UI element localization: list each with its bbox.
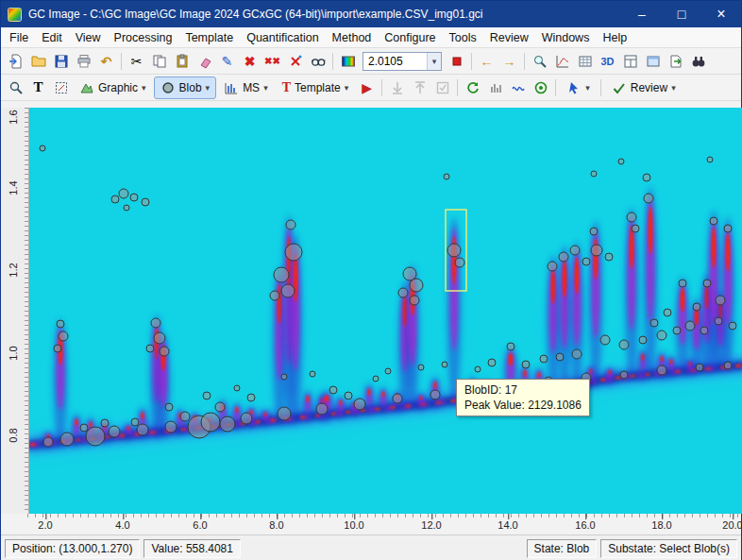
status-right-group: State: Blob Substate: Select Blob(s) [527, 539, 737, 558]
chevron-down-icon: ▾ [263, 83, 268, 93]
menu-configure[interactable]: Configure [378, 28, 442, 47]
import-image-button[interactable] [5, 50, 26, 73]
app-logo-icon [8, 8, 22, 22]
menu-quantification[interactable]: Quantification [240, 28, 325, 47]
pen-icon: ✎ [222, 55, 233, 68]
undo-button[interactable]: ↶ [95, 50, 117, 73]
ms-spectrum-icon [224, 80, 239, 95]
pointer-mode-dropdown[interactable]: ▾ [560, 76, 597, 99]
menu-file[interactable]: File [3, 28, 35, 47]
text-tool-icon: T [33, 79, 42, 95]
x-axis-tick-label: 4.0 [115, 519, 129, 531]
target-button[interactable] [530, 76, 551, 99]
zoom-overview-button[interactable] [529, 50, 550, 73]
undo-icon: ↶ [101, 55, 112, 68]
delete-all-blobs-button[interactable]: ✖✖ [261, 50, 283, 73]
y-axis-tick-label: 1.0 [8, 346, 19, 360]
menu-help[interactable]: Help [596, 28, 633, 47]
menu-edit[interactable]: Edit [35, 28, 69, 47]
back-arrow-icon: ← [481, 55, 494, 68]
x-axis-tick-label: 6.0 [193, 519, 207, 531]
menu-windows[interactable]: Windows [535, 28, 597, 47]
exclude-blobs-button[interactable] [284, 50, 306, 73]
menu-view[interactable]: View [69, 28, 108, 47]
draw-button[interactable]: ✎ [216, 50, 238, 73]
peaks-button[interactable] [484, 76, 506, 99]
chart-window-button[interactable] [551, 50, 573, 73]
x-axis-tick-label: 18.0 [651, 519, 671, 531]
chromatogram-canvas[interactable] [29, 108, 742, 514]
blob-tool-dropdown[interactable]: Blob▾ [154, 76, 217, 99]
forward-button[interactable]: → [498, 50, 520, 73]
menu-tools[interactable]: Tools [443, 28, 483, 47]
wave-icon [511, 80, 526, 95]
delete-blob-button[interactable]: ✖ [239, 50, 261, 73]
view-3d-button[interactable]: 3D [597, 50, 618, 73]
search-button[interactable] [687, 50, 709, 73]
review-label: Review [631, 81, 667, 94]
template-tool-dropdown[interactable]: T Template▾ [276, 76, 356, 99]
chevron-down-icon: ▾ [585, 83, 590, 93]
back-button[interactable]: ← [476, 50, 497, 73]
x-axis-tick-label: 14.0 [497, 519, 517, 531]
cut-icon: ✂ [131, 55, 143, 68]
open-file-button[interactable] [27, 50, 49, 73]
template-match-button[interactable] [431, 76, 453, 99]
data-table-button[interactable] [574, 50, 596, 73]
minimize-button[interactable]: – [622, 1, 662, 27]
reprocess-button[interactable] [462, 76, 483, 99]
y-axis-tick-label: 1.2 [8, 263, 19, 277]
save-button[interactable] [50, 50, 72, 73]
zoom-tool-button[interactable] [5, 76, 26, 99]
target-icon [533, 80, 548, 95]
magnifier-icon [8, 80, 24, 95]
template-update-button[interactable] [409, 76, 430, 99]
review-check-icon [612, 80, 627, 95]
y-axis-ticks [25, 108, 28, 514]
template-update-icon [413, 80, 428, 95]
menu-method[interactable]: Method [326, 28, 379, 47]
maximize-button[interactable]: □ [662, 1, 701, 27]
colormap-button[interactable] [337, 50, 359, 73]
detect-blobs-button[interactable] [307, 50, 329, 73]
erase-button[interactable] [194, 50, 215, 73]
colormap-icon [341, 54, 356, 69]
status-substate: Substate: Select Blob(s) [600, 539, 737, 558]
smoothing-button[interactable] [507, 76, 529, 99]
record-icon [449, 54, 464, 69]
status-value: Value: 558.4081 [143, 539, 241, 558]
menu-template[interactable]: Template [178, 28, 240, 47]
3d-icon: 3D [600, 56, 614, 67]
x-axis-tick-label: 2.0 [38, 519, 52, 531]
forward-arrow-icon: → [503, 55, 516, 68]
record-button[interactable] [446, 50, 467, 73]
menu-processing[interactable]: Processing [108, 28, 179, 47]
y-axis-tick-label: 0.8 [8, 428, 19, 442]
menu-review[interactable]: Review [483, 28, 535, 47]
export-button[interactable] [665, 50, 686, 73]
template-add-button[interactable] [386, 76, 408, 99]
toolbar-main: ↶ ✂ ✎ ✖ ✖✖ 2.0105 ▾ ← → 3D [1, 48, 741, 75]
cut-button[interactable]: ✂ [126, 50, 147, 73]
ms-tool-dropdown[interactable]: MS▾ [217, 76, 275, 99]
cursor-icon [566, 80, 582, 95]
template-match-icon [435, 80, 450, 95]
colormap-scale-combo[interactable]: 2.0105 ▾ [363, 52, 442, 71]
paste-button[interactable] [171, 50, 193, 73]
apply-template-button[interactable]: ▶ [356, 76, 378, 99]
tile-windows-button[interactable] [619, 50, 641, 73]
print-button[interactable] [73, 50, 94, 73]
copy-button[interactable] [148, 50, 170, 73]
combo-dropdown-icon[interactable]: ▾ [427, 53, 441, 70]
image-window-button[interactable] [642, 50, 664, 73]
toolbar-separator [600, 79, 601, 96]
review-dropdown[interactable]: Review▾ [605, 76, 683, 99]
graphic-tool-dropdown[interactable]: Graphic▾ [73, 76, 153, 99]
region-tool-button[interactable] [50, 76, 72, 99]
text-tool-button[interactable]: T [27, 76, 49, 99]
region-select-icon [54, 80, 69, 95]
delete-all-icon: ✖✖ [264, 56, 280, 66]
chevron-down-icon: ▾ [206, 83, 211, 93]
close-button[interactable]: × [701, 1, 741, 27]
table-icon [578, 54, 593, 69]
